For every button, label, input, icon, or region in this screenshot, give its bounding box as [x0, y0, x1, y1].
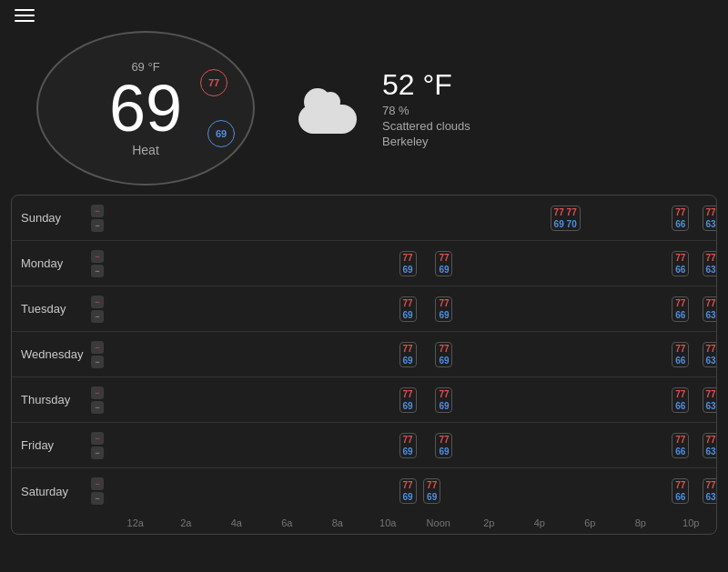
day-expand[interactable]: −−	[85, 250, 110, 277]
day-row: Monday−−7769776977667763	[12, 241, 716, 286]
day-row: Tuesday−−7769776977667763	[12, 286, 716, 332]
time-axis: 12a2a4a6a8a10aNoon2p4p6p8p10p	[12, 514, 716, 534]
day-label: Tuesday	[12, 302, 85, 316]
day-expand[interactable]: −−	[85, 296, 110, 323]
day-expand[interactable]: −−	[85, 205, 110, 232]
weather-humidity: 78 %	[382, 104, 470, 117]
schedule-event[interactable]: 7763	[698, 342, 717, 367]
schedule-event[interactable]: 7763	[698, 251, 717, 276]
time-tick: 2p	[464, 517, 515, 528]
day-label: Saturday	[12, 485, 85, 498]
schedule-event[interactable]: 7769	[395, 296, 420, 322]
schedule-event[interactable]: 7769	[431, 251, 457, 276]
schedule-event[interactable]: 7763	[698, 478, 717, 504]
schedule-event[interactable]: 7769	[395, 478, 420, 504]
schedule-event[interactable]: 7766	[668, 251, 693, 276]
time-tick: 4a	[211, 517, 262, 528]
schedule-event[interactable]: 7766	[668, 387, 693, 413]
heat-set-badge[interactable]: 77	[200, 69, 228, 96]
schedule-event[interactable]: 7763	[698, 206, 717, 231]
day-label: Monday	[12, 256, 85, 270]
schedule-event[interactable]: 7766	[668, 478, 693, 504]
weather-city: Berkeley	[382, 135, 470, 148]
day-expand[interactable]: −−	[85, 341, 110, 368]
day-timeline: 7769776977667763	[110, 468, 716, 514]
time-tick: 12a	[110, 517, 161, 528]
schedule-event[interactable]: 7769	[431, 342, 457, 367]
top-bar	[0, 0, 728, 31]
main-widgets: 69 °F 69 Heat 77 69 52 °F 78 % Scattered…	[0, 31, 728, 195]
day-timeline: 7769776977667763	[110, 286, 716, 331]
cool-set-badge[interactable]: 69	[207, 120, 235, 147]
day-expand[interactable]: −−	[85, 477, 110, 505]
day-row: Thursday−−7769776977667763	[12, 377, 716, 423]
time-tick: 6p	[565, 517, 616, 528]
current-temp: 69	[109, 75, 182, 141]
day-label: Thursday	[12, 393, 85, 406]
schedule-event[interactable]: 7769	[431, 387, 457, 413]
thermostat-widget[interactable]: 69 °F 69 Heat 77 69	[36, 31, 255, 186]
day-label: Wednesday	[12, 347, 85, 361]
day-expand[interactable]: −−	[85, 432, 110, 459]
schedule-event[interactable]: 7766	[668, 296, 693, 322]
day-label: Sunday	[12, 211, 85, 225]
schedule-event[interactable]: 7769	[395, 387, 420, 413]
schedule-event[interactable]: 7769	[395, 433, 420, 458]
day-timeline: 7769776977667763	[110, 241, 716, 286]
time-tick: 2a	[161, 517, 212, 528]
day-timeline: 7769776977667763	[110, 377, 716, 422]
schedule-event[interactable]: 7766	[668, 433, 693, 458]
time-tick: 8p	[615, 517, 666, 528]
schedule-event[interactable]: 7766	[668, 206, 693, 231]
schedule-event[interactable]: 7769	[395, 251, 420, 276]
weather-description: Scattered clouds	[382, 119, 470, 133]
schedule-event[interactable]: 77776970	[552, 206, 578, 231]
time-tick: 6a	[262, 517, 313, 528]
day-timeline: 7769776977667763	[110, 423, 716, 467]
schedule-event[interactable]: 7763	[698, 433, 717, 458]
schedule-container: Sunday−−7777697077667763Monday−−77697769…	[11, 195, 717, 535]
schedule-event[interactable]: 7763	[698, 387, 717, 413]
time-tick: 8a	[312, 517, 363, 528]
weather-widget: 52 °F 78 % Scattered clouds Berkeley	[291, 68, 470, 148]
time-tick: 10p	[666, 517, 717, 528]
day-label: Friday	[12, 438, 85, 452]
day-row: Friday−−7769776977667763	[12, 423, 716, 468]
weather-temperature: 52 °F	[382, 68, 470, 102]
cloud-icon	[291, 84, 364, 134]
schedule-event[interactable]: 7763	[698, 296, 717, 322]
day-timeline: 7777697077667763	[110, 196, 716, 240]
day-row: Sunday−−7777697077667763	[12, 196, 716, 241]
day-timeline: 7769776977667763	[110, 332, 716, 376]
time-tick: 10a	[363, 517, 414, 528]
schedule-event[interactable]: 7769	[395, 342, 420, 367]
menu-button[interactable]	[15, 9, 35, 22]
time-tick: Noon	[413, 517, 464, 528]
schedule-grid: Sunday−−7777697077667763Monday−−77697769…	[12, 196, 716, 514]
mode-label: Heat	[132, 143, 159, 157]
weather-info: 52 °F 78 % Scattered clouds Berkeley	[382, 68, 470, 148]
schedule-event[interactable]: 7769	[420, 478, 445, 504]
day-row: Saturday−−7769776977667763	[12, 468, 716, 514]
time-tick: 4p	[514, 517, 565, 528]
schedule-event[interactable]: 7766	[668, 342, 693, 367]
schedule-event[interactable]: 7769	[431, 433, 457, 458]
day-expand[interactable]: −−	[85, 386, 110, 414]
schedule-event[interactable]: 7769	[431, 296, 457, 322]
day-row: Wednesday−−7769776977667763	[12, 332, 716, 377]
